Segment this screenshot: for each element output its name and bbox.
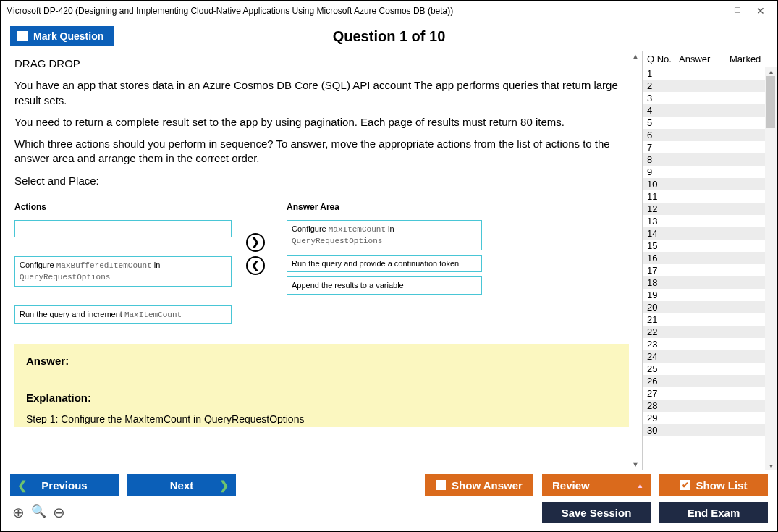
qlist-header-answer: Answer — [679, 54, 730, 64]
main-row: ▲ ▼ DRAG DROP You have an app that store… — [1, 51, 777, 470]
previous-button[interactable]: ❮ Previous — [10, 474, 119, 496]
save-session-button[interactable]: Save Session — [542, 502, 651, 523]
actions-header: Actions — [14, 201, 232, 213]
explanation-step-1: Step 1: Configure the MaxItemCount in Qu… — [26, 413, 617, 424]
caret-up-icon: ▴ — [638, 481, 642, 489]
close-icon[interactable]: ✕ — [749, 5, 772, 17]
qlist-row[interactable]: 5 — [643, 117, 765, 129]
action-slot-empty[interactable] — [14, 220, 232, 237]
chevron-left-icon: ❮ — [251, 258, 260, 272]
answer-area-header: Answer Area — [287, 201, 482, 213]
qlist-scrollbar[interactable]: ▴ ▾ — [765, 67, 777, 470]
qlist-row[interactable]: 14 — [643, 227, 765, 240]
show-answer-label: Show Answer — [452, 479, 523, 491]
maximize-icon[interactable]: ☐ — [726, 6, 749, 15]
window-title: Microsoft DP-420 (Designing and Implemen… — [6, 6, 703, 16]
zoom-in-icon[interactable]: ⊕ — [10, 504, 26, 521]
review-label: Review — [552, 479, 590, 491]
qlist-row[interactable]: 13 — [643, 215, 765, 227]
qlist-header-marked: Marked — [730, 54, 775, 64]
qlist-row[interactable]: 27 — [643, 387, 765, 400]
answer-slot-3[interactable]: Append the results to a variable — [287, 276, 482, 295]
qlist-row[interactable]: 12 — [643, 203, 765, 215]
answer-area-column: Answer Area Configure MaxItemCount in Qu… — [287, 201, 482, 300]
qlist-row[interactable]: 22 — [643, 326, 765, 338]
review-button[interactable]: Review ▴ — [542, 474, 651, 496]
qlist-header-qno: Q No. — [647, 54, 679, 64]
qlist-row[interactable]: 28 — [643, 400, 765, 412]
mark-question-label: Mark Question — [33, 30, 103, 42]
question-list-panel: Q No. Answer Marked ▴ ▾ 1234567891011121… — [642, 51, 777, 470]
minimize-icon[interactable]: — — [703, 5, 726, 17]
qlist-row[interactable]: 26 — [643, 375, 765, 387]
save-session-label: Save Session — [562, 507, 632, 519]
action-slot-2[interactable]: Run the query and increment MaxItemCount — [14, 305, 232, 324]
show-answer-checkbox-icon — [436, 480, 446, 490]
question-area: ▲ ▼ DRAG DROP You have an app that store… — [1, 51, 642, 470]
scroll-up-icon[interactable]: ▲ — [630, 52, 640, 61]
search-icon[interactable]: 🔍 — [30, 504, 46, 521]
question-content: DRAG DROP You have an app that stores da… — [1, 51, 642, 470]
chevron-right-icon: ❯ — [251, 235, 260, 249]
qlist-row[interactable]: 24 — [643, 350, 765, 363]
question-type-label: DRAG DROP — [14, 56, 629, 71]
chevron-right-icon: ❯ — [219, 478, 229, 492]
qlist-header: Q No. Answer Marked — [643, 51, 777, 67]
chevron-left-icon: ❮ — [17, 478, 27, 492]
answer-heading: Answer: — [26, 354, 617, 368]
zoom-controls: ⊕ 🔍 ⊖ — [10, 504, 67, 521]
qlist-row[interactable]: 20 — [643, 301, 765, 313]
explanation-heading: Explanation: — [26, 391, 617, 405]
question-para-1: You have an app that stores data in an A… — [14, 78, 629, 108]
action-slot-1[interactable]: Configure MaxBufferedItemCount in QueryR… — [14, 256, 232, 287]
scrollbar-thumb[interactable] — [766, 76, 775, 128]
titlebar: Microsoft DP-420 (Designing and Implemen… — [1, 1, 777, 20]
answer-slot-2[interactable]: Run the query and provide a continuation… — [287, 255, 482, 273]
actions-column: Actions Configure MaxBufferedItemCount i… — [14, 201, 232, 329]
qlist-row[interactable]: 6 — [643, 129, 765, 141]
show-list-checkbox-icon: ✔ — [680, 480, 690, 490]
next-label: Next — [170, 479, 194, 491]
qlist-row[interactable]: 29 — [643, 412, 765, 424]
move-left-button[interactable]: ❮ — [246, 256, 265, 275]
show-answer-button[interactable]: Show Answer — [425, 474, 533, 496]
answer-explanation-block: Answer: Explanation: Step 1: Configure t… — [14, 344, 629, 427]
qlist-row[interactable]: 2 — [643, 80, 765, 92]
answer-slot-1[interactable]: Configure MaxItemCount in QueryRequestOp… — [287, 220, 482, 250]
scrollbar-down-icon[interactable]: ▾ — [765, 462, 777, 470]
top-strip: Mark Question Question 1 of 10 — [1, 20, 777, 51]
qlist-row[interactable]: 8 — [643, 153, 765, 166]
qlist-row[interactable]: 1 — [643, 67, 765, 80]
qlist-row[interactable]: 19 — [643, 289, 765, 301]
qlist-row[interactable]: 17 — [643, 264, 765, 276]
qlist-body[interactable]: ▴ ▾ 123456789101112131415161718192021222… — [643, 67, 777, 470]
qlist-row[interactable]: 18 — [643, 276, 765, 289]
question-para-3: Which three actions should you perform i… — [14, 137, 629, 166]
question-para-2: You need to return a complete result set… — [14, 115, 629, 130]
button-row-1: ❮ Previous Next ❯ Show Answer Review ▴ ✔… — [1, 470, 777, 500]
end-exam-button[interactable]: End Exam — [659, 502, 768, 523]
qlist-row[interactable]: 9 — [643, 166, 765, 178]
move-right-button[interactable]: ❯ — [246, 233, 265, 252]
qlist-row[interactable]: 4 — [643, 104, 765, 117]
question-scroll[interactable]: ▲ ▼ DRAG DROP You have an app that store… — [1, 51, 642, 470]
qlist-row[interactable]: 3 — [643, 92, 765, 104]
next-button[interactable]: Next ❯ — [127, 474, 236, 496]
qlist-row[interactable]: 21 — [643, 313, 765, 326]
qlist-row[interactable]: 7 — [643, 141, 765, 153]
end-exam-label: End Exam — [688, 507, 740, 519]
qlist-row[interactable]: 30 — [643, 424, 765, 436]
qlist-row[interactable]: 25 — [643, 363, 765, 375]
qlist-row[interactable]: 16 — [643, 252, 765, 264]
scroll-down-icon[interactable]: ▼ — [630, 460, 640, 468]
question-para-4: Select and Place: — [14, 174, 629, 188]
qlist-row[interactable]: 15 — [643, 240, 765, 252]
mark-question-button[interactable]: Mark Question — [10, 26, 114, 46]
qlist-row[interactable]: 10 — [643, 178, 765, 190]
drag-drop-grid: Actions Configure MaxBufferedItemCount i… — [14, 201, 629, 329]
show-list-button[interactable]: ✔ Show List — [659, 474, 768, 496]
scrollbar-up-icon[interactable]: ▴ — [765, 67, 777, 75]
qlist-row[interactable]: 23 — [643, 338, 765, 350]
qlist-row[interactable]: 11 — [643, 190, 765, 203]
zoom-out-icon[interactable]: ⊖ — [51, 504, 67, 521]
